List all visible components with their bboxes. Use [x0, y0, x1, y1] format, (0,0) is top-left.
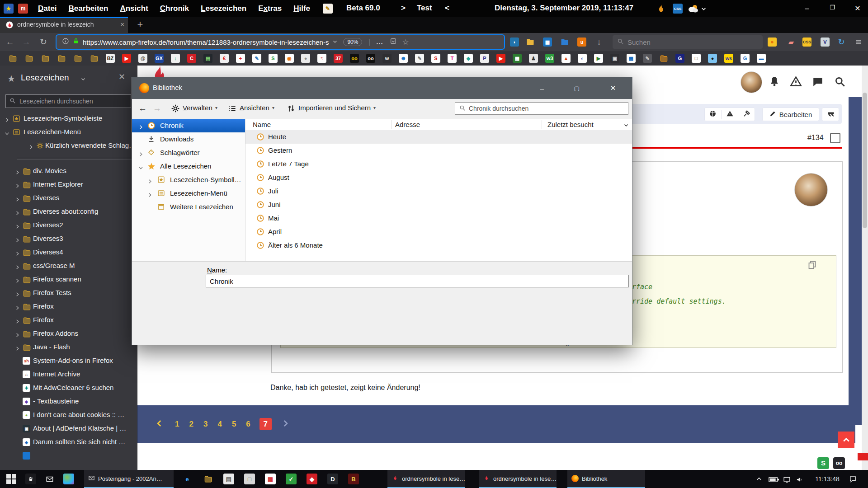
addon-orange-dot-icon[interactable]: ● [766, 36, 778, 48]
bookmark-star-icon[interactable]: ☆ [402, 38, 409, 47]
chevron-right-icon[interactable] [28, 143, 33, 151]
chevron-right-icon[interactable] [15, 318, 20, 325]
bookmark-g-blue-favicon[interactable]: G [741, 54, 750, 63]
notifications-bell-icon[interactable] [769, 75, 780, 89]
chevron-right-icon[interactable] [15, 331, 20, 339]
hamburger-menu-icon[interactable] [853, 36, 864, 48]
bookmark-youtube-favicon[interactable]: ▶ [496, 54, 505, 63]
chevron-right-icon[interactable] [138, 123, 143, 131]
reload-button[interactable]: ↻ [37, 36, 50, 48]
bookmark-youtube-favicon[interactable]: ▶ [122, 54, 131, 63]
bookmark-gray-dot-favicon[interactable]: ● [301, 54, 310, 63]
bookmark-yellow-eyes-favicon[interactable]: oo [350, 54, 359, 63]
chevron-down-icon[interactable] [138, 164, 143, 172]
library-minimize-button[interactable]: – [532, 77, 552, 99]
page-actions-icon[interactable]: … [376, 38, 383, 46]
search-bar[interactable]: Suchen [613, 35, 763, 49]
chevron-right-icon[interactable] [15, 182, 20, 190]
window-close-button[interactable]: ✕ [847, 0, 868, 17]
taskbar-e-browser-icon[interactable]: e [182, 474, 193, 484]
bookmark-folder[interactable] [8, 54, 17, 63]
tab-close-icon[interactable]: × [120, 20, 124, 28]
bookmark-book-favicon[interactable]: □ [692, 54, 701, 63]
bookmark-euro-favicon[interactable]: € [220, 54, 229, 63]
library-tree-item-schlagw-rter[interactable]: Schlagwörter [132, 146, 245, 160]
library-tree-item-lesezeichen-symboll-[interactable]: Lesezeichen-Symboll… [132, 173, 245, 187]
views-menu-button[interactable]: Ansichten▾ [240, 104, 274, 112]
taskbar-clock[interactable]: 11:13:48 [813, 475, 842, 483]
library-tree-item-lesezeichen-men-[interactable]: Lesezeichen-Menü [132, 187, 245, 200]
chevron-right-icon[interactable] [15, 291, 20, 298]
sidebar-item[interactable]: Diverses about:config [0, 206, 137, 218]
library-tree-item-downloads[interactable]: Downloads [132, 132, 245, 146]
start-button[interactable] [6, 474, 16, 484]
forward-button[interactable]: → [20, 36, 33, 48]
bookmark-37-favicon[interactable]: 37 [334, 54, 343, 63]
tray-overlay-dark-badge[interactable]: oo [833, 457, 845, 469]
import-backup-menu-button[interactable]: Importieren und Sichern▾ [298, 104, 376, 112]
bookmark-red-c-favicon[interactable]: C [187, 54, 196, 63]
chevron-right-icon[interactable] [15, 236, 20, 244]
chevron-right-icon[interactable] [15, 277, 20, 285]
new-tab-button[interactable]: + [134, 19, 146, 31]
sidebar-item[interactable]: ✚Mit AdwCeleaner 6 suchen [0, 382, 137, 394]
taskbar-window-posteingang-2002an-[interactable]: Posteingang - 2002An… [84, 470, 174, 488]
library-tree-item-weitere-lesezeichen[interactable]: Weitere Lesezeichen [132, 200, 245, 214]
notes-pencil-icon[interactable]: ✎ [323, 4, 333, 14]
bookmark-gmx-favicon[interactable]: GX [155, 54, 164, 63]
post-author-avatar[interactable] [794, 173, 828, 206]
chevron-right-icon[interactable] [147, 178, 152, 185]
bookmark-at-favicon[interactable]: @ [138, 54, 147, 63]
chevron-right-icon[interactable] [15, 263, 20, 271]
chevron-right-icon[interactable] [147, 191, 152, 199]
history-row[interactable]: Mai [245, 211, 632, 225]
tab-ordnersymbole[interactable]: ordnersymbole in lesezeich × [0, 17, 128, 33]
name-field-input[interactable]: Chronik [206, 275, 629, 287]
menu-ansicht[interactable]: Ansicht [119, 4, 149, 13]
scrollbar-thumb[interactable] [863, 93, 867, 228]
sidebar-item[interactable]: Java - Flash [0, 341, 137, 354]
bookmark-globe-favicon[interactable]: ⊕ [399, 54, 408, 63]
menu-chronik[interactable]: Chronik [159, 4, 190, 13]
sidebar-switch-chevron-icon[interactable] [80, 75, 86, 84]
chevron-right-icon[interactable] [5, 116, 9, 124]
copy-code-icon[interactable] [807, 260, 817, 271]
bookmark-bz-favicon[interactable]: BZ [106, 54, 115, 63]
library-titlebar[interactable]: Bibliothek – ▢ ✕ [132, 77, 632, 99]
sidebar-item[interactable]: Firefox Addons [0, 328, 137, 340]
sidebar-item[interactable]: Firefox [0, 300, 137, 313]
column-adresse[interactable]: Adresse [395, 119, 420, 130]
mail-app-icon[interactable] [44, 474, 55, 484]
page-link-3[interactable]: 3 [203, 420, 208, 429]
sidebar-item[interactable]: Diverses2 [0, 219, 137, 232]
history-row[interactable]: Letzte 7 Tage [245, 157, 632, 171]
history-row[interactable]: Gestern [245, 144, 632, 157]
bookmark-blue-ball-favicon[interactable]: ● [708, 54, 717, 63]
taskbar-notepad-icon[interactable]: ▤ [223, 474, 234, 484]
user-avatar-small[interactable] [741, 71, 762, 93]
bookmark-red-s-favicon[interactable]: S [431, 54, 440, 63]
pocket-save-icon[interactable] [390, 38, 397, 47]
addon-css-icon[interactable]: CSS [801, 36, 813, 48]
page-link-4[interactable]: 4 [217, 420, 222, 429]
page-link-6[interactable]: 6 [246, 420, 250, 429]
taskbar-book-app-icon[interactable]: B [348, 474, 359, 484]
taskbar-window-ordnersymbole-in-lese-[interactable]: ordnersymbole in lese… [387, 470, 465, 488]
edit-post-button[interactable]: Bearbeiten [762, 108, 819, 121]
bookmark-gray-pencil-favicon[interactable]: ✎ [643, 54, 652, 63]
history-row[interactable]: Älter als 6 Monate [245, 239, 632, 252]
bookmark-w-favicon[interactable]: w [382, 54, 392, 63]
downloads-icon[interactable]: ↓ [593, 36, 605, 48]
page-link-2[interactable]: 2 [189, 420, 193, 429]
history-row[interactable]: Juni [245, 198, 632, 211]
search-page-icon[interactable] [834, 76, 846, 89]
library-forward-button[interactable]: → [153, 103, 161, 113]
bookmark-folder[interactable] [73, 54, 82, 63]
library-back-button[interactable]: ← [138, 103, 147, 113]
sidebar-search-input[interactable]: Lesezeichen durchsuchen [5, 94, 131, 108]
column-picker-chevron-icon[interactable] [623, 122, 629, 130]
toolbar-folder-add-icon[interactable] [524, 36, 536, 48]
library-tree-item-chronik[interactable]: Chronik [132, 119, 245, 132]
toolbar-extension-icon-blue[interactable]: ◗ [509, 36, 520, 48]
bookmark-ws-favicon[interactable]: ws [724, 54, 733, 63]
